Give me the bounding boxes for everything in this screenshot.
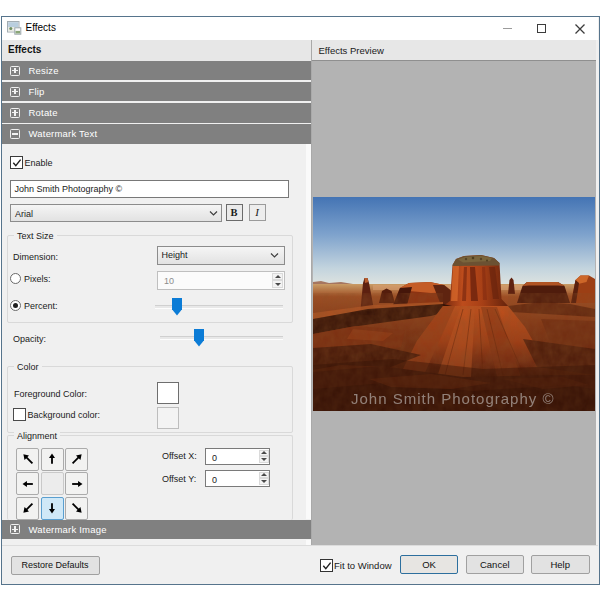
svg-text:John Smith Photography ©: John Smith Photography © (351, 390, 555, 407)
